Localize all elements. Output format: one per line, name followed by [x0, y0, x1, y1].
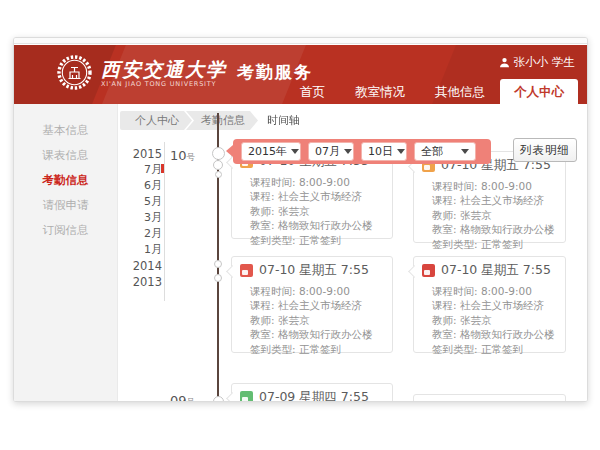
current-month-marker — [161, 164, 164, 173]
timeline-month[interactable]: 6月 — [119, 178, 162, 194]
card-field: 课程: 社会主义市场经济 — [250, 298, 384, 312]
sidebar-item[interactable]: 课表信息 — [14, 143, 117, 168]
card-field: 课程时间: 8:00-9:00 — [432, 179, 557, 193]
month-select-value: 07月 — [315, 144, 340, 159]
card-header: 07-10 星期五 7:55 — [232, 257, 392, 281]
card-field: 课程: 社会主义市场经济 — [432, 298, 557, 312]
card-field: 课程时间: 8:00-9:00 — [250, 284, 384, 298]
caret-down-icon — [344, 149, 352, 158]
attendance-card: 07-09 星期四 7:55 — [231, 383, 393, 402]
card-field: 教室: 格物致知行政办公楼 — [432, 327, 557, 341]
card-date-title: 07-10 星期五 7:55 — [259, 262, 369, 279]
day-select[interactable]: 10日 — [361, 142, 407, 161]
type-select[interactable]: 全部 — [414, 142, 476, 161]
nav-item-active[interactable]: 个人中心 — [500, 79, 578, 104]
sidebar-item[interactable]: 基本信息 — [14, 118, 117, 143]
card-field: 课程时间: 8:00-9:00 — [432, 284, 557, 298]
list-detail-button[interactable]: 列表明细 — [513, 138, 577, 162]
university-logo-icon — [56, 54, 93, 91]
sidebar-item[interactable]: 订阅信息 — [14, 218, 117, 243]
card-field: 课程: 社会主义市场经济 — [432, 193, 557, 207]
university-name-cn: 西安交通大学 — [101, 58, 227, 80]
timeline-node — [213, 396, 224, 402]
type-select-value: 全部 — [421, 144, 443, 159]
signin-type-icon — [422, 264, 435, 277]
filter-bar: 2015年 07月 10日 全部 — [233, 139, 491, 164]
timeline-node — [215, 171, 222, 178]
timeline-month[interactable]: 7月 — [119, 162, 162, 178]
year-select[interactable]: 2015年 — [241, 142, 301, 161]
main-nav: 首页教室情况其他信息个人中心 — [285, 79, 578, 104]
card-date-title: 07-09 星期四 7:55 — [259, 389, 369, 402]
attendance-card: 07-10 星期五 7:55 课程时间: 8:00-9:00课程: 社会主义市场… — [231, 256, 393, 353]
sidebar-item[interactable]: 考勤信息 — [14, 168, 117, 193]
caret-down-icon — [291, 149, 299, 158]
card-field: 教师: 张芸京 — [432, 208, 557, 222]
card-field: 教室: 格物致知行政办公楼 — [250, 218, 384, 232]
timeline-month[interactable]: 1月 — [119, 242, 162, 258]
card-field: 教师: 张芸京 — [250, 204, 384, 218]
card-field: 教师: 张芸京 — [432, 313, 557, 327]
user-role: 学生 — [552, 55, 575, 70]
card-field: 课程: 社会主义市场经济 — [250, 189, 384, 203]
timeline-node — [213, 160, 223, 170]
sidebar: 基本信息课表信息考勤信息请假申请订阅信息 — [14, 104, 118, 401]
timeline-year[interactable]: 2013 — [119, 274, 162, 290]
timeline-node — [212, 147, 225, 160]
card-field: 教室: 格物致知行政办公楼 — [432, 222, 557, 236]
card-field: 教室: 格物致知行政办公楼 — [250, 327, 384, 341]
timeline-node — [214, 260, 222, 268]
timeline-year-nav: 20157月6月5月3月2月1月20142013 — [119, 146, 162, 290]
main-panel: 个人中心考勤信息时间轴 20157月6月5月3月2月1月20142013 10号… — [118, 104, 587, 401]
caret-down-icon — [397, 149, 405, 158]
day-marker-09: 09号 — [170, 393, 195, 402]
app-window: 西安交通大学 XI'AN JIAO TONG UNIVERSITY 考勤服务 张… — [13, 37, 588, 402]
card-body: 课程时间: 8:00-9:00课程: 社会主义市场经济教师: 张芸京教室: 格物… — [414, 281, 565, 364]
card-body: 课程时间: 8:00-9:00课程: 社会主义市场经济教师: 张芸京教室: 格物… — [232, 172, 392, 255]
card-header: 07-10 星期五 7:55 — [414, 257, 565, 281]
attendance-card — [413, 394, 566, 402]
timeline-month[interactable]: 2月 — [119, 226, 162, 242]
breadcrumb-chip[interactable]: 时间轴 — [252, 111, 313, 130]
card-header: 07-09 星期四 7:55 — [232, 384, 392, 402]
year-nav-divider — [164, 142, 165, 301]
day-select-value: 10日 — [368, 144, 393, 159]
day-marker-10: 10号 — [170, 148, 195, 164]
card-field: 签到类型: 正常签到 — [432, 237, 557, 251]
card-field: 签到类型: 正常签到 — [250, 233, 384, 247]
timeline-year[interactable]: 2014 — [119, 258, 162, 274]
nav-item-link[interactable]: 首页 — [285, 79, 340, 104]
user-name: 张小小 — [514, 55, 549, 70]
timeline-year[interactable]: 2015 — [119, 146, 162, 162]
signin-type-icon — [240, 264, 253, 277]
sidebar-item[interactable]: 请假申请 — [14, 193, 117, 218]
page: 西安交通大学 XI'AN JIAO TONG UNIVERSITY 考勤服务 张… — [0, 0, 600, 450]
timeline-month[interactable]: 3月 — [119, 210, 162, 226]
user-icon — [499, 57, 510, 68]
breadcrumb-chip[interactable]: 个人中心 — [120, 111, 192, 130]
year-select-value: 2015年 — [248, 144, 287, 159]
timeline-node — [214, 274, 222, 282]
university-name-en: XI'AN JIAO TONG UNIVERSITY — [101, 80, 227, 88]
card-body — [414, 395, 565, 402]
card-field: 教师: 张芸京 — [250, 313, 384, 327]
caret-down-icon — [461, 149, 469, 158]
signin-type-icon — [240, 391, 253, 402]
card-field: 课程时间: 8:00-9:00 — [250, 175, 384, 189]
app-header: 西安交通大学 XI'AN JIAO TONG UNIVERSITY 考勤服务 张… — [14, 45, 587, 104]
month-select[interactable]: 07月 — [308, 142, 354, 161]
card-body: 课程时间: 8:00-9:00课程: 社会主义市场经济教师: 张芸京教室: 格物… — [232, 281, 392, 364]
attendance-card: 07-10 星期五 7:55 课程时间: 8:00-9:00课程: 社会主义市场… — [413, 151, 566, 243]
nav-item-link[interactable]: 教室情况 — [340, 79, 420, 104]
card-field: 签到类型: 正常签到 — [432, 342, 557, 356]
window-top-strip — [14, 38, 587, 44]
brand: 西安交通大学 XI'AN JIAO TONG UNIVERSITY 考勤服务 — [56, 54, 313, 91]
breadcrumb-chip[interactable]: 考勤信息 — [186, 111, 258, 130]
content: 基本信息课表信息考勤信息请假申请订阅信息 个人中心考勤信息时间轴 20157月6… — [14, 104, 587, 401]
user-account[interactable]: 张小小 学生 — [499, 55, 576, 70]
card-date-title: 07-10 星期五 7:55 — [441, 262, 551, 279]
attendance-card: 07-10 星期五 7:55 课程时间: 8:00-9:00课程: 社会主义市场… — [413, 256, 566, 353]
nav-item-link[interactable]: 其他信息 — [420, 79, 500, 104]
timeline-month[interactable]: 5月 — [119, 194, 162, 210]
card-body: 课程时间: 8:00-9:00课程: 社会主义市场经济教师: 张芸京教室: 格物… — [414, 176, 565, 259]
